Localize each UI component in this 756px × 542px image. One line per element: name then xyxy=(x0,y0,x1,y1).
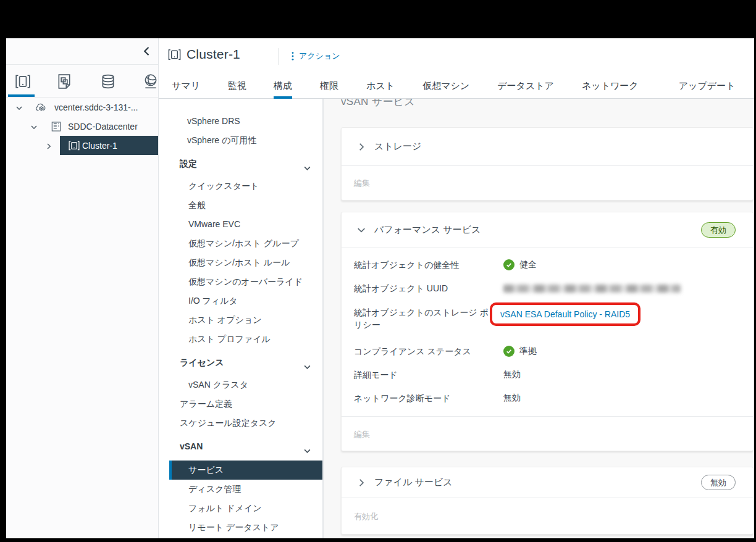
tree-item-label: SDDC-Datacenter xyxy=(68,122,138,131)
check-circle-icon xyxy=(503,259,514,270)
networking-icon[interactable] xyxy=(141,72,160,91)
prop-row-verbose-mode: 詳細モード 無効 xyxy=(342,363,753,386)
tab-datastores[interactable]: データストア xyxy=(497,74,554,99)
page-title: Cluster-1 xyxy=(187,47,240,62)
vms-and-templates-icon[interactable] xyxy=(55,72,74,91)
nav-item-vsphere-drs[interactable]: vSphere DRS xyxy=(159,112,322,131)
chevron-right-icon[interactable] xyxy=(45,142,52,149)
tab-monitor[interactable]: 監視 xyxy=(228,74,246,99)
tab-summary[interactable]: サマリ xyxy=(172,74,200,99)
tab-vms[interactable]: 仮想マシン xyxy=(422,74,469,99)
actions-label: アクション xyxy=(299,51,340,62)
uuid-redacted-value xyxy=(503,285,681,293)
performance-card: パフォーマンス サービス 有効 統計オブジェクトの健全性 健全 統計オブジェクト… xyxy=(341,212,754,451)
storage-card-header[interactable]: ストレージ xyxy=(342,128,753,165)
nav-item-quickstart[interactable]: クイックスタート xyxy=(159,177,322,196)
performance-card-footer: 編集 xyxy=(342,417,753,452)
header-divider xyxy=(279,48,279,65)
nav-group-vsan[interactable]: vSAN xyxy=(159,437,322,456)
chevron-down-icon xyxy=(303,160,311,168)
nav-item-host-options[interactable]: ホスト オプション xyxy=(159,311,322,330)
prop-row-compliance: コンプライアンス ステータス 準拠 xyxy=(342,340,753,363)
status-badge-disabled: 無効 xyxy=(701,475,736,490)
tree-item-label: Cluster-1 xyxy=(82,141,117,151)
collapse-sidebar-icon[interactable] xyxy=(141,45,153,57)
nav-group-licensing[interactable]: ライセンス xyxy=(159,353,322,372)
nav-item-io-filters[interactable]: I/O フィルタ xyxy=(159,291,322,311)
nav-item-vm-host-groups[interactable]: 仮想マシン/ホスト グループ xyxy=(159,234,322,253)
storage-policy-link[interactable]: vSAN ESA Default Policy - RAID5 xyxy=(500,309,630,319)
cluster-icon xyxy=(68,140,80,152)
nav-item-disk-management[interactable]: ディスク管理 xyxy=(159,480,322,499)
vsphere-client-window: vcenter.sddc-3-131-... SDDC-Datacenter xyxy=(6,38,754,538)
storage-card-title: ストレージ xyxy=(374,141,421,152)
datacenter-icon xyxy=(50,120,62,133)
section-title: vSAN サービス xyxy=(341,99,754,109)
tab-updates[interactable]: アップデート xyxy=(679,74,736,99)
inventory-tree: vcenter.sddc-3-131-... SDDC-Datacenter xyxy=(6,98,158,155)
nav-group-settings[interactable]: 設定 xyxy=(159,154,322,173)
tree-item-label: vcenter.sddc-3-131-... xyxy=(54,102,138,112)
performance-card-title: パフォーマンス サービス xyxy=(374,224,481,236)
tab-bar: サマリ 監視 構成 権限 ホスト 仮想マシン データストア ネットワーク アップ… xyxy=(159,74,754,99)
enable-link-disabled[interactable]: 有効化 xyxy=(354,511,378,522)
configure-nav: vSphere DRS vSphere の可用性 設定 クイックスタート 全般 … xyxy=(159,99,323,538)
inventory-panel: vcenter.sddc-3-131-... SDDC-Datacenter xyxy=(6,38,159,538)
chevron-down-icon[interactable] xyxy=(30,123,38,130)
file-service-card: ファイル サービス 無効 有効化 xyxy=(341,467,754,535)
nav-item-vmware-evc[interactable]: VMware EVC xyxy=(159,215,322,234)
actions-button[interactable]: アクション xyxy=(288,51,340,62)
tab-hosts[interactable]: ホスト xyxy=(366,74,395,99)
chevron-down-icon xyxy=(303,443,311,451)
chevron-down-icon[interactable] xyxy=(15,104,23,111)
status-badge-enabled: 有効 xyxy=(701,222,736,238)
nav-item-remote-datastores[interactable]: リモート データストア xyxy=(159,518,322,537)
file-service-card-header[interactable]: ファイル サービス 無効 xyxy=(342,467,753,498)
nav-item-vsan-cluster-license[interactable]: vSAN クラスタ xyxy=(159,375,322,394)
active-view-tab-underline xyxy=(8,94,35,97)
check-circle-icon xyxy=(503,346,514,357)
red-highlight-annotation: vSAN ESA Default Policy - RAID5 xyxy=(490,302,640,326)
chevron-down-icon[interactable] xyxy=(357,226,366,235)
tab-configure[interactable]: 構成 xyxy=(274,74,292,99)
nav-item-general[interactable]: 全般 xyxy=(159,196,322,215)
cluster-icon xyxy=(167,48,182,62)
main-content: vSAN サービス ストレージ 編集 パフォーマンス サービス 有効 xyxy=(323,99,754,538)
inventory-view-tabs xyxy=(6,65,158,98)
nav-item-services-selected[interactable]: サービス xyxy=(169,461,322,480)
inventory-panel-top xyxy=(6,38,158,65)
nav-item-alarm-definitions[interactable]: アラーム定義 xyxy=(159,394,322,414)
performance-card-header[interactable]: パフォーマンス サービス 有効 xyxy=(342,212,753,248)
prop-row-stats-uuid: 統計オブジェクト UUID xyxy=(342,277,753,300)
chevron-right-icon[interactable] xyxy=(357,143,366,151)
kebab-menu-icon xyxy=(288,51,297,61)
prop-row-network-diag-mode: ネットワーク診断モード 無効 xyxy=(342,386,753,410)
vcenter-icon xyxy=(35,101,48,114)
nav-item-scheduled-tasks[interactable]: スケジュール設定タスク xyxy=(159,414,322,433)
chevron-right-icon[interactable] xyxy=(357,478,366,487)
chevron-down-icon xyxy=(303,359,311,367)
prop-row-stats-health: 統計オブジェクトの健全性 健全 xyxy=(342,253,753,277)
storage-icon[interactable] xyxy=(99,72,117,91)
nav-item-fault-domains[interactable]: フォルト ドメイン xyxy=(159,499,322,518)
tree-item-cluster-selected[interactable]: Cluster-1 xyxy=(6,136,158,155)
tree-item-vcenter[interactable]: vcenter.sddc-3-131-... xyxy=(6,98,158,117)
nav-item-host-profile[interactable]: ホスト プロファイル xyxy=(159,330,322,349)
hosts-and-clusters-icon[interactable] xyxy=(14,72,32,91)
performance-properties: 統計オブジェクトの健全性 健全 統計オブジェクト UUID 統計オブジェクトのス… xyxy=(342,248,753,410)
nav-item-vsphere-availability[interactable]: vSphere の可用性 xyxy=(159,131,322,150)
file-service-card-footer: 有効化 xyxy=(342,498,753,535)
storage-card: ストレージ 編集 xyxy=(341,127,754,201)
nav-item-vm-overrides[interactable]: 仮想マシンのオーバーライド xyxy=(159,272,322,291)
tree-item-datacenter[interactable]: SDDC-Datacenter xyxy=(6,117,158,136)
nav-item-vm-host-rules[interactable]: 仮想マシン/ホスト ルール xyxy=(159,253,322,272)
tab-permissions[interactable]: 権限 xyxy=(320,74,338,99)
edit-link-disabled[interactable]: 編集 xyxy=(354,178,370,189)
prop-row-stats-storage-policy: 統計オブジェクトのストレージ ポリシー vSAN ESA Default Pol… xyxy=(342,300,753,340)
tab-networks[interactable]: ネットワーク xyxy=(582,74,639,99)
edit-link-disabled[interactable]: 編集 xyxy=(354,429,370,440)
storage-card-footer: 編集 xyxy=(342,166,753,201)
object-header: Cluster-1 アクション xyxy=(159,38,754,74)
file-service-card-title: ファイル サービス xyxy=(374,477,453,488)
